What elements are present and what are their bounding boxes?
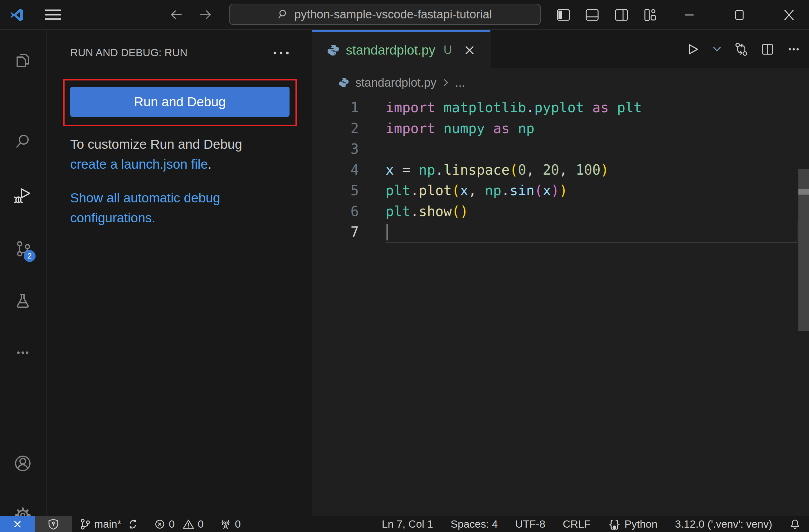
eol-button[interactable]: CRLF [563,516,591,532]
run-and-debug-icon[interactable] [14,187,32,204]
show-debug-configurations-link[interactable]: Show all automatic debugconfigurations. [70,191,220,225]
title-bar: python-sample-vscode-fastapi-tutorial [0,0,809,30]
shield-icon [48,518,59,530]
breadcrumb[interactable]: standardplot.py ... [312,68,809,97]
search-icon [278,9,289,20]
language-mode-button[interactable]: {} Python [608,516,658,532]
testing-icon[interactable] [14,292,32,310]
tab-bar: standardplot.py U [312,30,809,68]
code-line: 6plt.show() [312,201,809,222]
editor-scrollbar[interactable] [798,30,809,516]
ports-count: 0 [235,518,241,530]
warning-count: 0 [198,518,204,530]
source-control-badge: 2 [24,250,36,262]
cursor-position-button[interactable]: Ln 7, Col 1 [382,516,433,532]
run-python-file-icon[interactable] [686,42,700,56]
editor-group: standardplot.py U [312,30,809,516]
forward-arrow-button[interactable] [199,7,213,22]
tab-modified-indicator: U [443,43,452,57]
problems-button[interactable]: 0 0 [146,516,212,532]
back-arrow-button[interactable] [169,7,184,22]
indentation-button[interactable]: Spaces: 4 [450,516,498,532]
command-center-search[interactable]: python-sample-vscode-fastapi-tutorial [229,4,541,25]
close-window-button[interactable] [781,7,796,22]
command-center-text: python-sample-vscode-fastapi-tutorial [294,8,492,21]
radio-tower-icon [220,519,231,530]
toggle-primary-sidebar-button[interactable] [556,7,571,22]
python-file-icon [327,44,340,56]
sync-icon [127,519,138,530]
chevron-right-icon [443,78,449,87]
run-and-debug-sidebar: RUN AND DEBUG: RUN Run and Debug To cust… [47,30,312,516]
toggle-secondary-sidebar-button[interactable] [614,7,629,22]
account-icon[interactable] [14,455,32,472]
toggle-panel-button[interactable] [585,7,600,22]
status-bar: main* 0 [0,516,809,532]
sidebar-title: RUN AND DEBUG: RUN [70,47,188,59]
breadcrumb-more[interactable]: ... [455,76,465,89]
python-file-icon [339,77,349,88]
open-changes-icon[interactable] [734,42,748,56]
vscode-logo [10,7,24,22]
show-configurations-text: Show all automatic debugconfigurations. [70,188,220,228]
customize-hint-text: To customize Run and Debug create a laun… [70,135,242,174]
branch-name: main* [94,518,121,530]
customize-layout-button[interactable] [643,7,658,22]
split-editor-icon[interactable] [760,42,775,56]
git-branch-button[interactable]: main* [72,516,146,532]
git-branch-icon [80,518,90,530]
sidebar-left-filled [558,11,562,19]
remote-indicator-button[interactable] [0,516,35,532]
workspace-trust-button[interactable] [35,516,72,532]
language-braces-icon: {} [608,518,621,530]
minimize-button[interactable] [682,7,697,22]
tab-standardplot[interactable]: standardplot.py U [312,30,490,68]
more-views-icon[interactable] [14,344,32,361]
code-line: 3 [312,139,809,160]
encoding-button[interactable]: UTF-8 [515,516,545,532]
errors-icon [154,519,165,530]
activity-bar: 2 [0,30,47,516]
run-dropdown-chevron-icon[interactable] [712,45,722,54]
notifications-button[interactable] [790,516,800,532]
scrollbar-cursor-decoration [798,189,809,195]
remote-icon [12,519,23,530]
code-line: 5plt.plot(x, np.sin(x)) [312,180,809,201]
views-and-more-actions-icon[interactable] [272,48,291,58]
bell-icon [790,519,800,530]
code-area[interactable]: 1import matplotlib.pyplot as plt 2import… [312,97,809,243]
code-line: 2import numpy as np [312,118,809,139]
search-icon[interactable] [14,132,32,150]
tab-close-icon[interactable] [464,45,475,56]
code-line-active: 7 [312,222,809,243]
error-count: 0 [169,518,175,530]
menu-icon[interactable] [43,7,63,22]
explorer-icon[interactable] [14,51,32,69]
code-line: 4x = np.linspace(0, 20, 100) [312,160,809,180]
ports-button[interactable]: 0 [212,516,249,532]
tab-label: standardplot.py [346,43,435,58]
editor-actions [686,30,801,68]
breadcrumb-file[interactable]: standardplot.py [355,76,436,89]
run-and-debug-button[interactable]: Run and Debug [70,87,290,117]
create-launch-json-link[interactable]: create a launch.json file [70,157,208,172]
maximize-button[interactable] [732,7,747,22]
vscode-window: python-sample-vscode-fastapi-tutorial [0,0,809,532]
code-line: 1import matplotlib.pyplot as plt [312,97,809,118]
python-interpreter-button[interactable]: 3.12.0 ('.venv': venv) [675,516,772,532]
warnings-icon [183,519,194,530]
